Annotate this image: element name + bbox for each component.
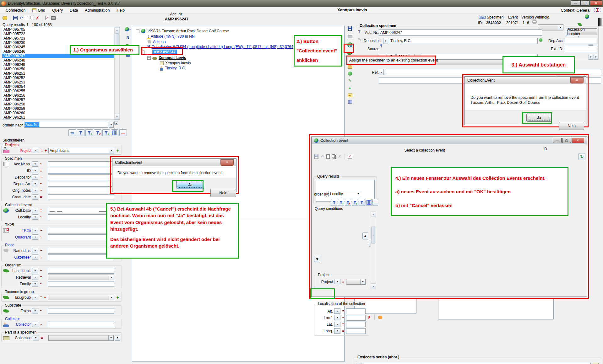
query-result-item[interactable]: AMP 096253 bbox=[2, 80, 120, 84]
accession-number-button[interactable]: Accession number bbox=[567, 28, 597, 35]
criteria-field[interactable]: ▼ bbox=[48, 234, 114, 240]
list-scrollbar[interactable]: ▲ ▼ bbox=[114, 27, 120, 120]
operator-dropdown[interactable]: ▼ bbox=[334, 279, 340, 284]
tree-node-organism[interactable]: − Xenopus laevis bbox=[147, 55, 186, 60]
operator-dropdown[interactable]: ▼ bbox=[32, 161, 38, 167]
edit-icon[interactable]: ✎ bbox=[348, 78, 351, 83]
references-icon[interactable] bbox=[348, 100, 352, 104]
criteria-field[interactable]: ▼ bbox=[48, 181, 114, 187]
query-result-item[interactable]: AMP 096248 bbox=[2, 58, 120, 62]
criteria-field[interactable]: ▼ bbox=[48, 228, 114, 233]
save-icon[interactable] bbox=[314, 154, 318, 159]
operator-dropdown[interactable]: ▼ bbox=[33, 148, 39, 153]
chevron-down-icon[interactable]: ▼ bbox=[589, 54, 593, 60]
menu-query[interactable]: Query bbox=[49, 8, 66, 13]
save-icon[interactable] bbox=[13, 16, 18, 20]
no-button[interactable]: Nein bbox=[559, 122, 584, 130]
chevron-down-icon[interactable]: ▼ bbox=[109, 295, 114, 300]
operator-dropdown[interactable]: ▼ bbox=[334, 308, 340, 314]
criteria-field[interactable]: ▼ bbox=[48, 214, 114, 220]
chevron-down-icon[interactable]: ▼ bbox=[360, 279, 365, 284]
minimize-button[interactable]: — bbox=[553, 138, 562, 143]
filter-remove-icon[interactable]: ✗ bbox=[345, 199, 351, 206]
criteria-field[interactable]: ▼ bbox=[48, 281, 114, 287]
criteria-field[interactable]: ▼ bbox=[48, 188, 114, 193]
menu-grid[interactable]: Grid bbox=[29, 8, 48, 13]
criteria-field[interactable]: ▼ bbox=[48, 174, 114, 180]
acc-nr-field[interactable]: AMP 096247 bbox=[379, 29, 542, 36]
confirm-dialog2-titlebar[interactable]: CollectionEvent ✕ bbox=[112, 159, 236, 166]
copy-icon[interactable] bbox=[30, 16, 33, 19]
undo-icon[interactable]: ↶ bbox=[19, 16, 23, 20]
criteria-field[interactable]: ▼ bbox=[48, 208, 114, 213]
operator-dropdown[interactable]: ▼ bbox=[32, 275, 38, 280]
copy-icon[interactable] bbox=[332, 154, 335, 158]
conditions-scrollbar[interactable]: ▲ ≡ ▼ bbox=[371, 211, 376, 289]
undo-icon[interactable]: ↶ bbox=[321, 155, 324, 159]
criteria-field[interactable]: ▼ bbox=[48, 168, 114, 174]
filter-append-icon[interactable]: + bbox=[102, 129, 110, 136]
filter-icon[interactable] bbox=[77, 129, 84, 136]
criteria-field[interactable]: ▼ bbox=[48, 295, 114, 300]
filter-append-icon[interactable]: + bbox=[352, 199, 358, 206]
scroll-down-icon[interactable]: ▼ bbox=[371, 283, 376, 289]
dep-acc-field[interactable] bbox=[565, 38, 597, 44]
order-by-dropdown[interactable]: ▼ bbox=[109, 122, 114, 128]
criteria-field[interactable]: ▼ bbox=[48, 275, 114, 280]
menu-connection[interactable]: Connection bbox=[3, 8, 29, 13]
ext-id-field[interactable] bbox=[565, 46, 597, 52]
query-result-item[interactable]: AMP 096260 bbox=[2, 111, 120, 115]
query-results-list[interactable]: AMP 095705 AMP 095722 AMP 095723 AMP 096… bbox=[2, 27, 120, 120]
row-extra-button[interactable] bbox=[116, 148, 120, 153]
order-by-field[interactable]: Acc. Nr. bbox=[24, 122, 108, 128]
operator-dropdown[interactable]: ▼ bbox=[32, 228, 38, 233]
folder-icon[interactable] bbox=[348, 66, 352, 69]
chevron-down-icon[interactable]: ▼ bbox=[109, 148, 114, 153]
menu-data[interactable]: Data bbox=[67, 8, 81, 13]
apply-arrow-icon[interactable]: ⇒ bbox=[68, 129, 76, 136]
new-record-icon[interactable] bbox=[25, 16, 28, 20]
tree-node-collector[interactable]: Tinsley, R.C. bbox=[160, 66, 186, 71]
operator-dropdown[interactable]: ▼ bbox=[32, 208, 38, 213]
operator-dropdown[interactable]: ▼ bbox=[32, 181, 38, 186]
refresh-button[interactable]: ↻ bbox=[579, 153, 585, 160]
tree-node-altitude[interactable]: ↕ Altitude (mNN): 730 m NN bbox=[147, 34, 194, 39]
ref-dropdown[interactable]: ▼ bbox=[379, 69, 384, 75]
chevron-down-icon[interactable]: ▼ bbox=[109, 275, 114, 280]
delete-icon[interactable]: ✗ bbox=[338, 155, 341, 159]
sort-direction-button[interactable]: ▲ bbox=[362, 233, 368, 239]
query-result-item[interactable]: AMP 096251 bbox=[2, 71, 120, 76]
chevron-down-icon[interactable]: ▼ bbox=[356, 191, 361, 196]
criteria-field[interactable]: ▼ bbox=[48, 161, 114, 167]
id-icon[interactable]: ID bbox=[348, 94, 352, 97]
operator-dropdown[interactable]: ▼ bbox=[32, 188, 38, 193]
close-icon[interactable]: ✕ bbox=[220, 159, 234, 166]
compass-icon[interactable]: N bbox=[127, 35, 129, 40]
new-record-icon[interactable] bbox=[326, 154, 330, 159]
operator-dropdown[interactable]: ▼ bbox=[334, 322, 340, 327]
filter-remove-icon[interactable]: ✗ bbox=[94, 129, 101, 136]
operator-dropdown[interactable]: ▼ bbox=[32, 295, 38, 300]
query-result-item[interactable]: AMP 096252 bbox=[2, 76, 120, 80]
criteria-field[interactable]: ▼ bbox=[48, 194, 114, 200]
operator-dropdown[interactable]: ▼ bbox=[334, 315, 340, 320]
query-result-item[interactable]: AMP 096259 bbox=[2, 106, 120, 111]
menu-help[interactable]: Help bbox=[114, 8, 128, 13]
query-result-item[interactable]: AMP 096254 bbox=[2, 84, 120, 89]
tree-node-named-area[interactable]: Arizona bbox=[147, 39, 166, 44]
delete-icon[interactable]: ✗ bbox=[36, 16, 39, 20]
operator-dropdown[interactable]: ▼ bbox=[32, 194, 38, 200]
save-icon[interactable] bbox=[348, 26, 352, 31]
display-mode-globe-icon[interactable]: ▼ bbox=[125, 27, 131, 31]
criteria-field[interactable]: Amphibians ▼ bbox=[48, 148, 114, 153]
event-order-by-field[interactable]: Locality▼ bbox=[329, 191, 361, 197]
collapse-icon[interactable]: − bbox=[147, 56, 151, 60]
confirm-dialog-titlebar[interactable]: CollectionEvent ✕ bbox=[465, 77, 586, 84]
scroll-thumb[interactable]: ≡ bbox=[371, 227, 375, 244]
criteria-field[interactable]: ▼ bbox=[48, 322, 114, 327]
criteria-field[interactable]: ▼ bbox=[346, 308, 366, 314]
tree-node-event[interactable]: − 1998/7/- Tucson: Arthur Pack Desert Go… bbox=[136, 29, 229, 34]
depositor-dropdown[interactable]: ▼ bbox=[383, 38, 388, 44]
collapse-icon[interactable]: − bbox=[136, 29, 139, 33]
query-result-item[interactable]: AMP 096261 bbox=[2, 115, 120, 120]
